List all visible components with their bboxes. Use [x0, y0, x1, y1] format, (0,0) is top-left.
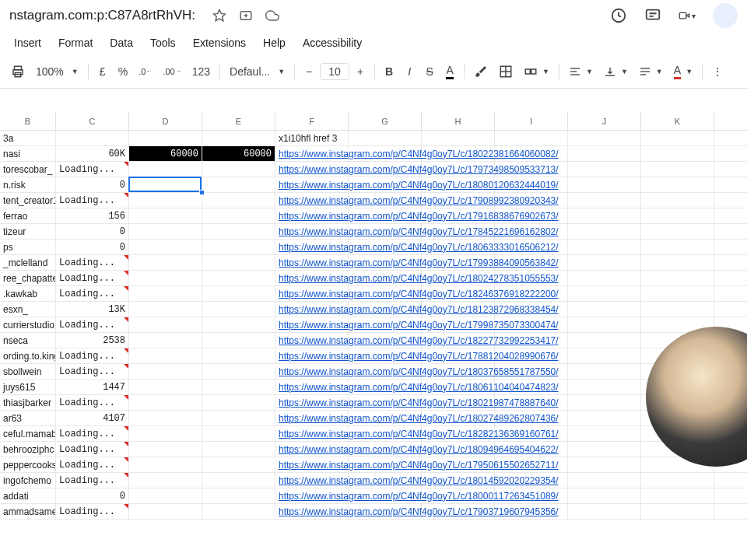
cell[interactable] — [568, 255, 641, 270]
cell[interactable] — [129, 193, 202, 208]
cell[interactable] — [129, 380, 202, 394]
cell[interactable] — [129, 395, 202, 410]
more-button[interactable]: ⋮ — [707, 61, 728, 82]
cell[interactable]: https://www.instagram.com/p/C4Nf4g0oy7L/… — [275, 411, 349, 425]
cell[interactable] — [202, 177, 275, 192]
cell[interactable] — [641, 177, 714, 192]
cell[interactable] — [568, 473, 641, 488]
cell[interactable] — [568, 302, 641, 317]
cell[interactable]: 13K — [56, 302, 129, 317]
cell[interactable] — [568, 271, 641, 285]
cell[interactable]: https://www.instagram.com/p/C4Nf4g0oy7L/… — [275, 177, 349, 192]
cell[interactable] — [202, 255, 275, 270]
cell[interactable]: thiasjbarker — [0, 395, 56, 410]
col-header-F[interactable]: F — [275, 112, 349, 130]
cell[interactable]: ar63 — [0, 411, 56, 425]
cell[interactable] — [641, 131, 714, 145]
cell[interactable]: ferrao — [0, 208, 56, 223]
cell[interactable]: ording.to.king — [0, 348, 56, 363]
cell[interactable] — [568, 208, 641, 223]
cell[interactable] — [129, 162, 202, 177]
cell[interactable] — [202, 208, 275, 223]
cell[interactable] — [202, 348, 275, 363]
cell[interactable]: tizeur — [0, 224, 56, 239]
col-header-D[interactable]: D — [129, 112, 202, 130]
cell[interactable]: nseca — [0, 333, 56, 348]
cell[interactable] — [202, 317, 275, 332]
cell[interactable] — [202, 364, 275, 379]
cell[interactable]: https://www.instagram.com/p/C4Nf4g0oy7L/… — [275, 348, 349, 363]
cell[interactable]: 60K — [56, 146, 129, 161]
cell[interactable] — [641, 224, 714, 239]
cell[interactable] — [641, 162, 714, 177]
cell[interactable]: Loading... — [56, 395, 129, 410]
cell[interactable] — [568, 348, 641, 363]
cell[interactable]: https://www.instagram.com/p/C4Nf4g0oy7L/… — [275, 146, 349, 161]
move-icon[interactable] — [237, 7, 254, 24]
cell[interactable] — [349, 131, 422, 145]
cell[interactable] — [129, 457, 202, 472]
cell[interactable] — [568, 504, 641, 519]
wrap-button[interactable]: ▼ — [634, 61, 668, 82]
cell[interactable]: Loading... — [56, 271, 129, 285]
cell[interactable]: Loading... — [56, 162, 129, 177]
cell[interactable] — [568, 395, 641, 410]
cell[interactable] — [568, 333, 641, 348]
cell[interactable]: https://www.instagram.com/p/C4Nf4g0oy7L/… — [275, 193, 349, 208]
col-header-C[interactable]: C — [56, 112, 129, 130]
cell[interactable]: 60000 — [129, 146, 202, 161]
cell[interactable] — [129, 240, 202, 254]
cell[interactable]: n.risk — [0, 177, 56, 192]
col-header-B[interactable]: B — [0, 112, 56, 130]
cell[interactable] — [202, 162, 275, 177]
merge-button[interactable]: ▼ — [519, 61, 554, 82]
cell[interactable]: Loading... — [56, 426, 129, 441]
cell[interactable]: https://www.instagram.com/p/C4Nf4g0oy7L/… — [275, 364, 349, 379]
cell[interactable] — [568, 380, 641, 394]
cell[interactable] — [202, 286, 275, 301]
cell[interactable] — [129, 442, 202, 457]
cell[interactable] — [641, 286, 714, 301]
cell[interactable]: ammadsame — [0, 504, 56, 519]
cell[interactable] — [129, 473, 202, 488]
fill-color-button[interactable] — [469, 61, 493, 82]
cell[interactable] — [568, 442, 641, 457]
cloud-icon[interactable] — [264, 7, 281, 24]
cell[interactable] — [129, 426, 202, 441]
grid[interactable]: 3ax1i10hfl href 3nasi60K6000060000https:… — [0, 131, 747, 520]
text-color-button[interactable]: A — [440, 61, 459, 82]
cell[interactable] — [495, 131, 568, 145]
borders-button[interactable] — [494, 61, 517, 82]
cell[interactable] — [422, 131, 495, 145]
cell[interactable]: https://www.instagram.com/p/C4Nf4g0oy7L/… — [275, 442, 349, 457]
cell[interactable]: addati — [0, 488, 56, 503]
cell[interactable] — [202, 473, 275, 488]
cell[interactable]: https://www.instagram.com/p/C4Nf4g0oy7L/… — [275, 162, 349, 177]
currency-button[interactable]: £ — [93, 61, 112, 82]
cell[interactable] — [129, 411, 202, 425]
cell[interactable]: peppercooks — [0, 457, 56, 472]
cell[interactable]: ceful.mamab — [0, 426, 56, 441]
increase-font-button[interactable]: + — [351, 61, 370, 82]
halign-button[interactable]: ▼ — [564, 61, 598, 82]
cell[interactable]: 0 — [56, 224, 129, 239]
bold-button[interactable]: B — [380, 61, 398, 82]
cell[interactable]: https://www.instagram.com/p/C4Nf4g0oy7L/… — [275, 255, 349, 270]
italic-button[interactable]: I — [400, 61, 419, 82]
cell[interactable] — [202, 426, 275, 441]
cell[interactable] — [129, 177, 202, 192]
cell[interactable] — [568, 162, 641, 177]
cell[interactable] — [641, 240, 714, 254]
cell[interactable]: https://www.instagram.com/p/C4Nf4g0oy7L/… — [275, 302, 349, 317]
cell[interactable]: Loading... — [56, 364, 129, 379]
cell[interactable]: esxn_ — [0, 302, 56, 317]
cell[interactable]: 0 — [56, 240, 129, 254]
cell[interactable] — [129, 504, 202, 519]
cell[interactable]: Loading... — [56, 317, 129, 332]
cell[interactable] — [129, 208, 202, 223]
cell[interactable]: 156 — [56, 208, 129, 223]
cell[interactable]: Loading... — [56, 286, 129, 301]
history-icon[interactable] — [610, 7, 627, 24]
strikethrough-button[interactable]: S — [420, 61, 439, 82]
meet-icon[interactable]: ▾ — [679, 7, 696, 24]
